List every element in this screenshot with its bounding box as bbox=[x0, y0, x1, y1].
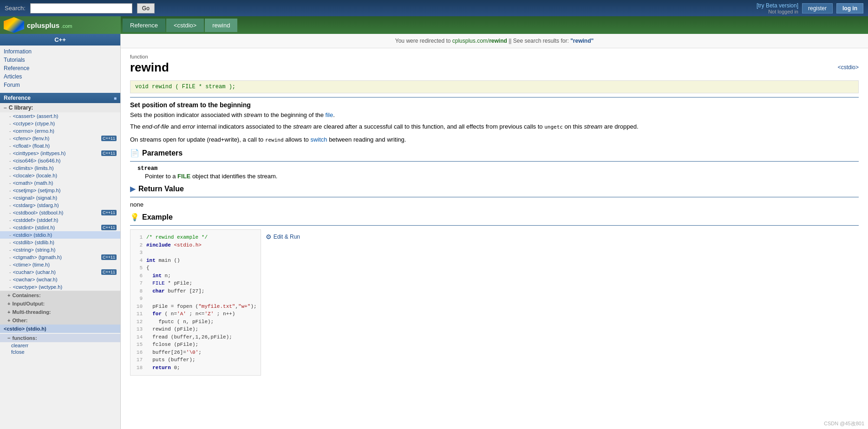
nav-tab-rewind[interactable]: rewind bbox=[205, 19, 237, 32]
redirect-bar: You were redirected to cplusplus.com/rew… bbox=[121, 34, 868, 48]
set-position-heading: Set position of stream to the beginning bbox=[130, 101, 859, 109]
parameters-table: stream Pointer to a FILE object that ide… bbox=[137, 165, 859, 180]
edit-run-icon: ⚙ bbox=[266, 233, 272, 240]
lib-cctype[interactable]: -<cctype> (ctype.h) bbox=[0, 120, 120, 127]
cpp-header: C++ bbox=[0, 34, 120, 46]
lib-ctgmath[interactable]: -<ctgmath> (tgmath.h)C++11 bbox=[0, 254, 120, 261]
functions-toggle: − bbox=[7, 335, 10, 341]
param-desc: Pointer to a FILE object that identifies… bbox=[137, 173, 859, 180]
logo-icon bbox=[4, 17, 24, 33]
param-name: stream bbox=[137, 165, 859, 172]
logo-text: cplusplus bbox=[27, 21, 59, 29]
lib-csignal[interactable]: -<csignal> (signal.h) bbox=[0, 194, 120, 202]
return-value-text: none bbox=[130, 201, 859, 208]
lib-ciso646[interactable]: -<ciso646> (iso646.h) bbox=[0, 157, 120, 164]
not-logged-in: Not logged in bbox=[757, 9, 798, 14]
lib-climits[interactable]: -<climits> (limits.h) bbox=[0, 164, 120, 172]
other-header[interactable]: + Other: bbox=[0, 316, 120, 325]
logo-com: .com bbox=[61, 23, 72, 29]
lib-cinttypes[interactable]: -<cinttypes> (inttypes.h)C++11 bbox=[0, 150, 120, 157]
multithreading-header[interactable]: + Multi-threading: bbox=[0, 308, 120, 316]
func-fclose[interactable]: fclose bbox=[0, 349, 120, 355]
lib-cmath[interactable]: -<cmath> (math.h) bbox=[0, 179, 120, 187]
description-para2: On streams open for update (read+write),… bbox=[130, 135, 859, 144]
functions-subsection[interactable]: − functions: bbox=[0, 334, 120, 342]
divider-3 bbox=[130, 197, 859, 197]
code-content: /* rewind example */ #include <stdio.h> … bbox=[146, 234, 257, 371]
cstdio-link[interactable]: <cstdio> bbox=[838, 64, 859, 71]
lib-cwchar[interactable]: -<cwchar> (wchar.h) bbox=[0, 276, 120, 283]
lib-cfenv[interactable]: -<cfenv> (fenv.h)C++11 bbox=[0, 135, 120, 142]
redirect-search-link[interactable]: "rewind" bbox=[570, 38, 594, 44]
file-link[interactable]: FILE bbox=[177, 173, 190, 180]
lib-cstring[interactable]: -<cstring> (string.h) bbox=[0, 246, 120, 254]
lib-csetjmp[interactable]: -<csetjmp> (setjmp.h) bbox=[0, 187, 120, 194]
function-label: function bbox=[130, 54, 859, 59]
edit-run-button[interactable]: ⚙ Edit & Run bbox=[266, 233, 300, 240]
parameters-section-row: 📄 Parameters bbox=[130, 149, 859, 157]
containers-header[interactable]: + Containers: bbox=[0, 291, 120, 299]
divider-2 bbox=[130, 161, 859, 162]
redirect-text1: You were redirected to bbox=[395, 38, 452, 44]
lib-cstdlib[interactable]: -<cstdlib> (stdlib.h) bbox=[0, 239, 120, 246]
search-label: Search: bbox=[5, 5, 26, 12]
multithreading-toggle: + bbox=[7, 309, 10, 315]
cstdio-subsection-header: <cstdio> (stdio.h) bbox=[0, 325, 120, 333]
lib-cstdio[interactable]: -<cstdio> (stdio.h) bbox=[0, 231, 120, 239]
lib-cwctype[interactable]: -<cwctype> (wctype.h) bbox=[0, 283, 120, 291]
search-input[interactable] bbox=[30, 3, 132, 13]
beta-link[interactable]: [try Beta version] bbox=[757, 2, 798, 9]
edit-run-label: Edit & Run bbox=[274, 234, 300, 240]
redirect-sep: || bbox=[509, 38, 513, 44]
redirect-link[interactable]: cplusplus.com/rewind bbox=[452, 38, 507, 44]
description-para: The end-of-file and error internal indic… bbox=[130, 122, 859, 131]
lib-cuchar[interactable]: -<cuchar> (uchar.h)C++11 bbox=[0, 268, 120, 276]
login-button[interactable]: log in bbox=[836, 3, 863, 13]
lib-cfloat[interactable]: -<cfloat> (float.h) bbox=[0, 142, 120, 150]
parameters-icon: 📄 bbox=[130, 149, 139, 157]
lib-cerrno[interactable]: -<cerrno> (errno.h) bbox=[0, 127, 120, 135]
function-title: rewind bbox=[130, 60, 169, 75]
divider-4 bbox=[130, 225, 859, 226]
lib-ctime[interactable]: -<ctime> (time.h) bbox=[0, 261, 120, 268]
register-button[interactable]: register bbox=[802, 3, 833, 13]
reference-expand-icon[interactable]: ■ bbox=[114, 96, 117, 101]
containers-toggle: + bbox=[7, 292, 10, 298]
other-toggle: + bbox=[7, 318, 10, 323]
sidebar-item-information[interactable]: Information bbox=[0, 47, 120, 56]
parameters-heading: Parameters bbox=[142, 149, 183, 157]
return-icon: ▶ bbox=[130, 184, 136, 193]
lib-cstdbool[interactable]: -<cstdbool> (stdbool.h)C++11 bbox=[0, 209, 120, 216]
c-library-toggle: – bbox=[4, 104, 7, 111]
lib-cassert[interactable]: -<cassert> (assert.h) bbox=[0, 112, 120, 120]
sidebar-item-articles[interactable]: Articles bbox=[0, 72, 120, 81]
c-library-header[interactable]: – C library: bbox=[0, 103, 120, 112]
return-heading: Return Value bbox=[138, 185, 184, 193]
lib-cstdarg[interactable]: -<cstdarg> (stdarg.h) bbox=[0, 202, 120, 209]
func-clearerr[interactable]: clearerr bbox=[0, 342, 120, 349]
function-signature: void rewind ( FILE * stream ); bbox=[130, 80, 859, 93]
lib-cstddef[interactable]: -<cstddef> (stddef.h) bbox=[0, 216, 120, 224]
sidebar-item-forum[interactable]: Forum bbox=[0, 81, 120, 89]
example-heading: Example bbox=[142, 213, 173, 221]
go-button[interactable]: Go bbox=[137, 3, 155, 13]
watermark: CSDN @45改801 bbox=[824, 420, 864, 427]
line-numbers: 12345 678910 1112131415 161718 bbox=[134, 234, 143, 371]
io-header[interactable]: + Input/Output: bbox=[0, 299, 120, 308]
sidebar-item-reference[interactable]: Reference bbox=[0, 64, 120, 72]
code-block: 12345 678910 1112131415 161718 /* rewind… bbox=[130, 229, 261, 376]
nav-tab-reference[interactable]: Reference bbox=[123, 19, 165, 32]
divider-1 bbox=[130, 97, 859, 98]
sidebar-item-tutorials[interactable]: Tutorials bbox=[0, 56, 120, 64]
lib-cstdint[interactable]: -<cstdint> (stdint.h)C++11 bbox=[0, 224, 120, 231]
example-section-row: 💡 Example bbox=[130, 213, 859, 221]
io-toggle: + bbox=[7, 301, 10, 306]
set-position-desc: Sets the position indicator associated w… bbox=[130, 111, 859, 118]
example-icon: 💡 bbox=[130, 213, 139, 221]
redirect-search-text: See search results for: bbox=[513, 38, 570, 44]
return-section-row: ▶ Return Value bbox=[130, 184, 859, 193]
nav-tab-cstdio[interactable]: <cstdio> bbox=[166, 19, 204, 32]
reference-section-header: Reference ■ bbox=[0, 93, 120, 103]
lib-clocale[interactable]: -<clocale> (locale.h) bbox=[0, 172, 120, 179]
